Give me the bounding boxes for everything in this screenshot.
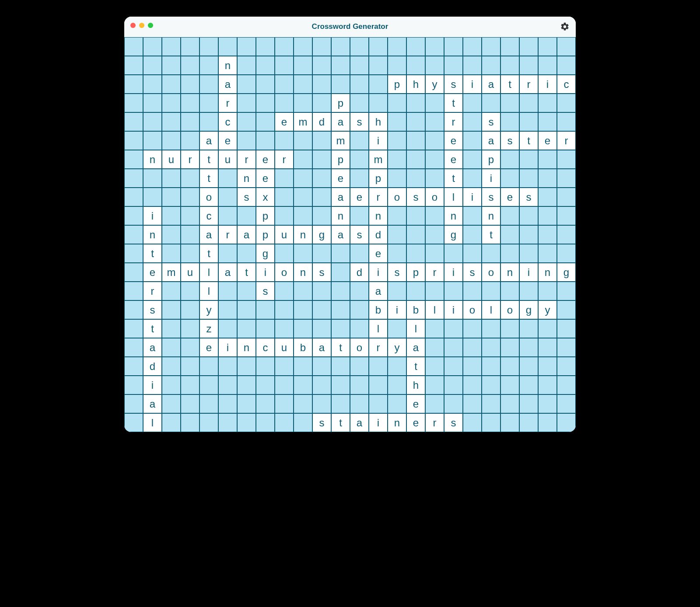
cell-empty[interactable]	[294, 357, 312, 376]
cell-filled[interactable]: r	[181, 150, 200, 169]
cell-filled[interactable]: e	[200, 338, 218, 357]
cell-empty[interactable]	[143, 188, 162, 206]
gear-icon[interactable]	[560, 22, 570, 31]
cell-filled[interactable]: u	[218, 150, 237, 169]
cell-empty[interactable]	[162, 37, 181, 56]
cell-empty[interactable]	[350, 244, 369, 263]
cell-empty[interactable]	[425, 338, 444, 357]
cell-filled[interactable]: r	[218, 225, 237, 244]
cell-filled[interactable]: n	[143, 150, 162, 169]
cell-empty[interactable]	[500, 94, 519, 112]
cell-empty[interactable]	[557, 300, 576, 319]
cell-empty[interactable]	[312, 319, 331, 338]
cell-filled[interactable]: o	[200, 188, 218, 206]
cell-empty[interactable]	[124, 376, 143, 394]
cell-empty[interactable]	[482, 394, 500, 413]
cell-empty[interactable]	[519, 206, 538, 225]
cell-empty[interactable]	[294, 94, 312, 112]
cell-empty[interactable]	[275, 131, 294, 150]
cell-empty[interactable]	[237, 37, 256, 56]
cell-filled[interactable]: i	[218, 338, 237, 357]
cell-empty[interactable]	[275, 319, 294, 338]
cell-empty[interactable]	[124, 94, 143, 112]
cell-empty[interactable]	[463, 225, 482, 244]
cell-empty[interactable]	[406, 244, 425, 263]
cell-filled[interactable]: t	[200, 150, 218, 169]
cell-empty[interactable]	[200, 94, 218, 112]
cell-filled[interactable]: n	[369, 206, 388, 225]
cell-empty[interactable]	[162, 338, 181, 357]
cell-filled[interactable]: n	[331, 206, 350, 225]
cell-empty[interactable]	[519, 319, 538, 338]
cell-filled[interactable]: t	[200, 169, 218, 188]
cell-empty[interactable]	[519, 37, 538, 56]
cell-filled[interactable]: h	[406, 376, 425, 394]
cell-empty[interactable]	[538, 37, 557, 56]
cell-empty[interactable]	[463, 169, 482, 188]
cell-empty[interactable]	[463, 131, 482, 150]
cell-empty[interactable]	[350, 169, 369, 188]
cell-empty[interactable]	[312, 37, 331, 56]
cell-filled[interactable]: t	[331, 338, 350, 357]
cell-filled[interactable]: e	[143, 263, 162, 282]
cell-empty[interactable]	[425, 169, 444, 188]
cell-empty[interactable]	[162, 376, 181, 394]
cell-empty[interactable]	[444, 37, 463, 56]
cell-empty[interactable]	[388, 282, 406, 300]
cell-empty[interactable]	[538, 206, 557, 225]
cell-empty[interactable]	[350, 357, 369, 376]
cell-filled[interactable]: u	[181, 263, 200, 282]
cell-empty[interactable]	[143, 169, 162, 188]
cell-filled[interactable]: x	[256, 188, 275, 206]
cell-empty[interactable]	[294, 319, 312, 338]
cell-filled[interactable]: p	[482, 150, 500, 169]
cell-empty[interactable]	[312, 300, 331, 319]
cell-filled[interactable]: i	[482, 169, 500, 188]
cell-empty[interactable]	[388, 150, 406, 169]
cell-empty[interactable]	[331, 263, 350, 282]
cell-filled[interactable]: a	[331, 188, 350, 206]
cell-filled[interactable]: r	[557, 131, 576, 150]
cell-empty[interactable]	[425, 357, 444, 376]
cell-empty[interactable]	[425, 112, 444, 131]
cell-filled[interactable]: m	[294, 112, 312, 131]
cell-empty[interactable]	[200, 112, 218, 131]
cell-filled[interactable]: n	[500, 263, 519, 282]
cell-empty[interactable]	[162, 357, 181, 376]
cell-filled[interactable]: p	[369, 169, 388, 188]
cell-empty[interactable]	[181, 244, 200, 263]
cell-empty[interactable]	[181, 75, 200, 94]
cell-empty[interactable]	[143, 37, 162, 56]
cell-filled[interactable]: r	[444, 112, 463, 131]
cell-empty[interactable]	[181, 131, 200, 150]
cell-empty[interactable]	[519, 413, 538, 432]
cell-filled[interactable]: r	[425, 263, 444, 282]
cell-filled[interactable]: i	[143, 376, 162, 394]
cell-empty[interactable]	[312, 56, 331, 75]
cell-empty[interactable]	[463, 150, 482, 169]
cell-empty[interactable]	[256, 300, 275, 319]
cell-empty[interactable]	[425, 94, 444, 112]
cell-empty[interactable]	[444, 357, 463, 376]
cell-filled[interactable]: y	[388, 338, 406, 357]
cell-filled[interactable]: r	[369, 188, 388, 206]
cell-empty[interactable]	[425, 56, 444, 75]
cell-filled[interactable]: a	[350, 413, 369, 432]
cell-empty[interactable]	[181, 357, 200, 376]
cell-empty[interactable]	[275, 37, 294, 56]
cell-empty[interactable]	[463, 244, 482, 263]
cell-filled[interactable]: a	[218, 263, 237, 282]
cell-filled[interactable]: t	[444, 94, 463, 112]
cell-filled[interactable]: e	[218, 131, 237, 150]
cell-empty[interactable]	[200, 56, 218, 75]
cell-empty[interactable]	[557, 150, 576, 169]
cell-filled[interactable]: g	[557, 263, 576, 282]
cell-empty[interactable]	[463, 357, 482, 376]
cell-empty[interactable]	[331, 376, 350, 394]
cell-empty[interactable]	[425, 319, 444, 338]
cell-empty[interactable]	[406, 169, 425, 188]
cell-empty[interactable]	[350, 300, 369, 319]
cell-empty[interactable]	[388, 56, 406, 75]
cell-empty[interactable]	[406, 150, 425, 169]
cell-empty[interactable]	[162, 188, 181, 206]
